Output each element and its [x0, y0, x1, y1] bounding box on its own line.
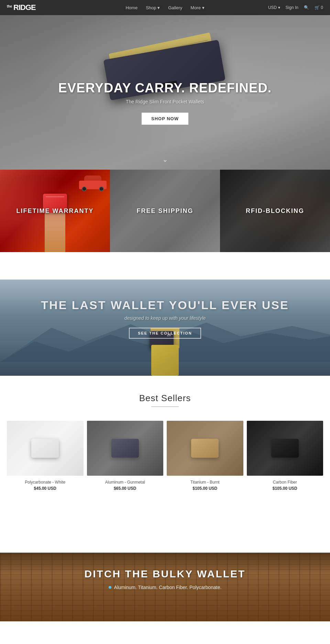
navigation: the RIDGE Home Shop ▾ Gallery More ▾ USD… — [0, 0, 330, 15]
brand-the: the — [7, 4, 12, 8]
product-item-2[interactable]: Aluminum - Gunmetal $65.00 USD — [87, 421, 164, 491]
tile-1-label: LIFETIME WARRANTY — [0, 170, 110, 252]
product-image-3 — [167, 421, 243, 476]
bottom-title: DITCH THE BULKY WALLET — [0, 568, 330, 580]
hero-subtitle: The Ridge Slim Front Pocket Wallets — [58, 99, 272, 104]
scroll-down-icon[interactable]: ⌄ — [162, 155, 168, 163]
wallet-preview-4 — [271, 439, 299, 458]
hero-title: EVERYDAY CARRY. REDEFINED. — [58, 81, 272, 95]
nav-shop[interactable]: Shop ▾ — [146, 5, 160, 10]
nav-gallery[interactable]: Gallery — [168, 5, 182, 10]
bullet-icon — [109, 586, 111, 589]
brand-name: RIDGE — [13, 3, 36, 12]
banner-subtitle: designed to keep up with your lifestyle — [0, 315, 330, 321]
product-price-1: $45.00 USD — [7, 486, 84, 491]
best-sellers-section: Best Sellers Polycarbonate - White $45.0… — [0, 376, 330, 511]
spacer-2 — [0, 511, 330, 553]
nav-more[interactable]: More ▾ — [190, 5, 204, 10]
search-icon[interactable]: 🔍 — [304, 5, 309, 10]
best-sellers-title: Best Sellers — [7, 393, 323, 404]
bottom-content: DITCH THE BULKY WALLET Aluminum. Titaniu… — [0, 553, 330, 590]
tile-2-label: FREE SHIPPING — [110, 170, 220, 252]
best-sellers-grid: Polycarbonate - White $45.00 USD Aluminu… — [7, 421, 323, 491]
section-divider — [151, 406, 179, 407]
middle-banner: THE LAST WALLET YOU'LL EVER USE designed… — [0, 280, 330, 376]
wallet-preview-1 — [31, 439, 59, 458]
free-shipping-tile[interactable]: FREE SHIPPING — [110, 170, 220, 252]
wallet-preview-3 — [191, 439, 219, 458]
bottom-subtitle: Aluminum. Titanium. Carbon Fiber. Polyca… — [0, 585, 330, 590]
product-image-4 — [247, 421, 323, 476]
rfid-blocking-tile[interactable]: RFID-BLOCKING — [220, 170, 330, 252]
banner-content: THE LAST WALLET YOU'LL EVER USE designed… — [0, 280, 330, 339]
chevron-down-icon: ▾ — [202, 5, 205, 10]
tile-3-label: RFID-BLOCKING — [220, 170, 330, 252]
product-image-2 — [87, 421, 164, 476]
product-name-2: Aluminum - Gunmetal — [87, 480, 164, 485]
chevron-down-icon: ▾ — [278, 5, 280, 10]
cart-icon[interactable]: 🛒 0 — [315, 5, 323, 10]
product-name-3: Titanium - Burnt — [167, 480, 243, 485]
spacer-1 — [0, 252, 330, 280]
see-collection-button[interactable]: SEE THE COLLECTION — [129, 328, 201, 339]
shop-now-button[interactable]: SHOP NOW — [142, 113, 188, 125]
product-item-4[interactable]: Carbon Fiber $105.00 USD — [247, 421, 323, 491]
product-price-4: $105.00 USD — [247, 486, 323, 491]
product-image-1 — [7, 421, 84, 476]
brand-logo[interactable]: the RIDGE — [7, 3, 36, 12]
sign-in-button[interactable]: Sign In — [286, 5, 298, 10]
nav-home[interactable]: Home — [125, 5, 138, 10]
wallet-preview-2 — [111, 439, 139, 458]
nav-links: Home Shop ▾ Gallery More ▾ — [125, 5, 204, 10]
lifetime-warranty-tile[interactable]: LIFETIME WARRANTY — [0, 170, 110, 252]
feature-tiles: LIFETIME WARRANTY FREE SHIPPING RFID-BLO… — [0, 170, 330, 252]
product-item-3[interactable]: Titanium - Burnt $105.00 USD — [167, 421, 243, 491]
product-name-1: Polycarbonate - White — [7, 480, 84, 485]
product-price-3: $105.00 USD — [167, 486, 243, 491]
banner-title: THE LAST WALLET YOU'LL EVER USE — [0, 298, 330, 312]
product-item-1[interactable]: Polycarbonate - White $45.00 USD — [7, 421, 84, 491]
hero-section: EVERYDAY CARRY. REDEFINED. The Ridge Sli… — [0, 15, 330, 170]
wallet-base — [151, 345, 179, 376]
product-name-4: Carbon Fiber — [247, 480, 323, 485]
hero-content: EVERYDAY CARRY. REDEFINED. The Ridge Sli… — [58, 81, 272, 125]
product-price-2: $65.00 USD — [87, 486, 164, 491]
nav-right: USD ▾ Sign In 🔍 🛒 0 — [268, 5, 323, 10]
chevron-down-icon: ▾ — [157, 5, 160, 10]
bottom-banner: DITCH THE BULKY WALLET Aluminum. Titaniu… — [0, 553, 330, 621]
currency-selector[interactable]: USD ▾ — [268, 5, 280, 10]
